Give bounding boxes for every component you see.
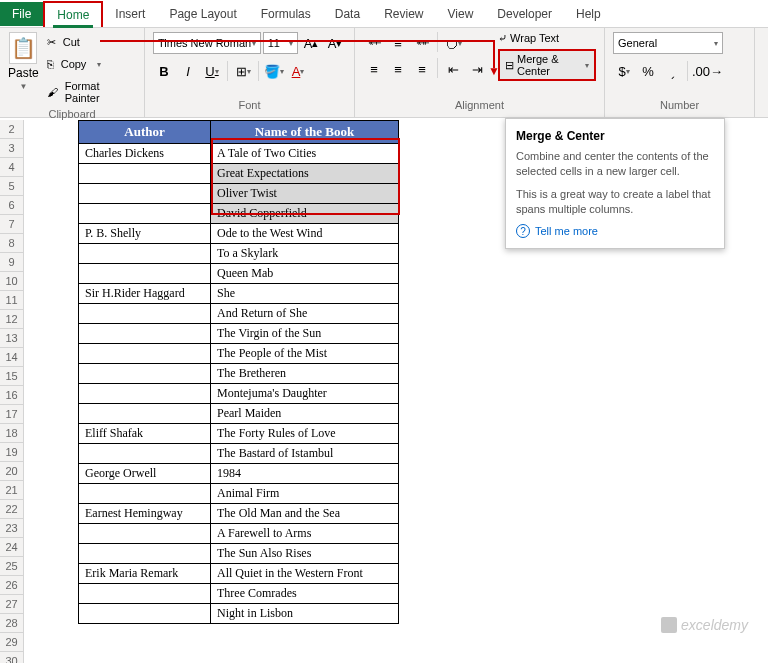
cell-author[interactable]: George Orwell [79,464,211,484]
cell-book[interactable]: The People of the Mist [211,344,399,364]
row-header[interactable]: 15 [0,367,23,386]
row-header[interactable]: 9 [0,253,23,272]
cell-book[interactable]: And Return of She [211,304,399,324]
row-header[interactable]: 13 [0,329,23,348]
table-row[interactable]: Oliver Twist [79,184,399,204]
row-header[interactable]: 14 [0,348,23,367]
cut-button[interactable]: ✂ Cut [43,32,136,52]
cell-book[interactable]: Night in Lisbon [211,604,399,624]
row-header[interactable]: 4 [0,158,23,177]
cell-book[interactable]: David Copperfield [211,204,399,224]
cell-author[interactable] [79,404,211,424]
table-row[interactable]: Montejuma's Daughter [79,384,399,404]
table-row[interactable]: Erik Maria RemarkAll Quiet in the Wester… [79,564,399,584]
merge-center-button[interactable]: ⊟ Merge & Center ▾ [498,49,596,81]
cell-book[interactable]: She [211,284,399,304]
cell-author[interactable] [79,324,211,344]
table-row[interactable]: Queen Mab [79,264,399,284]
cell-author[interactable] [79,184,211,204]
row-header[interactable]: 25 [0,557,23,576]
cell-author[interactable] [79,484,211,504]
cell-author[interactable] [79,524,211,544]
tab-home[interactable]: Home [43,1,103,27]
table-row[interactable]: Pearl Maiden [79,404,399,424]
table-row[interactable]: David Copperfield [79,204,399,224]
cell-author[interactable] [79,244,211,264]
tab-help[interactable]: Help [564,2,613,26]
tell-me-more-link[interactable]: ?Tell me more [516,224,714,238]
cell-author[interactable] [79,384,211,404]
row-header[interactable]: 5 [0,177,23,196]
increase-decimal-button[interactable]: .00→ [692,60,723,82]
fill-color-button[interactable]: 🪣▾ [263,60,285,82]
tab-insert[interactable]: Insert [103,2,157,26]
wrap-text-button[interactable]: ⤶ Wrap Text [498,32,596,45]
cell-book[interactable]: The Virgin of the Sun [211,324,399,344]
table-row[interactable]: Three Comrades [79,584,399,604]
align-left-button[interactable]: ≡ [363,58,385,80]
increase-indent-button[interactable]: ⇥ [466,58,488,80]
row-header[interactable]: 3 [0,139,23,158]
table-row[interactable]: Eliff ShafakThe Forty Rules of Love [79,424,399,444]
row-header[interactable]: 10 [0,272,23,291]
row-header[interactable]: 29 [0,633,23,652]
cell-book[interactable]: Great Expectations [211,164,399,184]
align-middle-button[interactable]: ≡ [387,32,409,54]
table-row[interactable]: P. B. ShellyOde to the West Wind [79,224,399,244]
tab-pagelayout[interactable]: Page Layout [157,2,248,26]
border-button[interactable]: ⊞ ▾ [232,60,254,82]
row-header[interactable]: 26 [0,576,23,595]
row-header[interactable]: 20 [0,462,23,481]
table-row[interactable]: The Virgin of the Sun [79,324,399,344]
cell-author[interactable]: P. B. Shelly [79,224,211,244]
row-header[interactable]: 12 [0,310,23,329]
table-row[interactable]: George Orwell1984 [79,464,399,484]
number-format-select[interactable]: General▾ [613,32,723,54]
bold-button[interactable]: B [153,60,175,82]
tab-file[interactable]: File [0,2,43,26]
cell-book[interactable]: The Bretheren [211,364,399,384]
cell-book[interactable]: Queen Mab [211,264,399,284]
cell-author[interactable]: Sir H.Rider Haggard [79,284,211,304]
cell-book[interactable]: Montejuma's Daughter [211,384,399,404]
cell-book[interactable]: The Sun Also Rises [211,544,399,564]
row-header[interactable]: 11 [0,291,23,310]
table-row[interactable]: Great Expectations [79,164,399,184]
cell-author[interactable] [79,364,211,384]
table-row[interactable]: Night in Lisbon [79,604,399,624]
header-book[interactable]: Name of the Book [211,121,399,144]
font-color-button[interactable]: A▾ [287,60,309,82]
cell-author[interactable] [79,544,211,564]
cell-book[interactable]: A Farewell to Arms [211,524,399,544]
cell-book[interactable]: The Old Man and the Sea [211,504,399,524]
table-row[interactable]: Sir H.Rider HaggardShe [79,284,399,304]
row-header[interactable]: 2 [0,120,23,139]
cell-author[interactable] [79,604,211,624]
table-row[interactable]: Charles DickensA Tale of Two Cities [79,144,399,164]
cell-author[interactable]: Erik Maria Remark [79,564,211,584]
decrease-font-button[interactable]: A▾ [324,32,346,54]
tab-view[interactable]: View [436,2,486,26]
cell-author[interactable] [79,164,211,184]
cell-book[interactable]: Animal Firm [211,484,399,504]
table-row[interactable]: The Sun Also Rises [79,544,399,564]
cell-book[interactable]: The Forty Rules of Love [211,424,399,444]
cell-book[interactable]: Pearl Maiden [211,404,399,424]
row-header[interactable]: 19 [0,443,23,462]
align-center-button[interactable]: ≡ [387,58,409,80]
align-bottom-button[interactable]: ⬵ [411,32,433,54]
currency-button[interactable]: $ ▾ [613,60,635,82]
row-header[interactable]: 23 [0,519,23,538]
tab-review[interactable]: Review [372,2,435,26]
table-row[interactable]: To a Skylark [79,244,399,264]
tab-data[interactable]: Data [323,2,372,26]
tab-formulas[interactable]: Formulas [249,2,323,26]
italic-button[interactable]: I [177,60,199,82]
cell-book[interactable]: All Quiet in the Western Front [211,564,399,584]
paste-button[interactable]: 📋 Paste ▼ [8,32,39,91]
row-header[interactable]: 24 [0,538,23,557]
row-header[interactable]: 6 [0,196,23,215]
cell-author[interactable] [79,204,211,224]
row-header[interactable]: 27 [0,595,23,614]
cell-book[interactable]: A Tale of Two Cities [211,144,399,164]
